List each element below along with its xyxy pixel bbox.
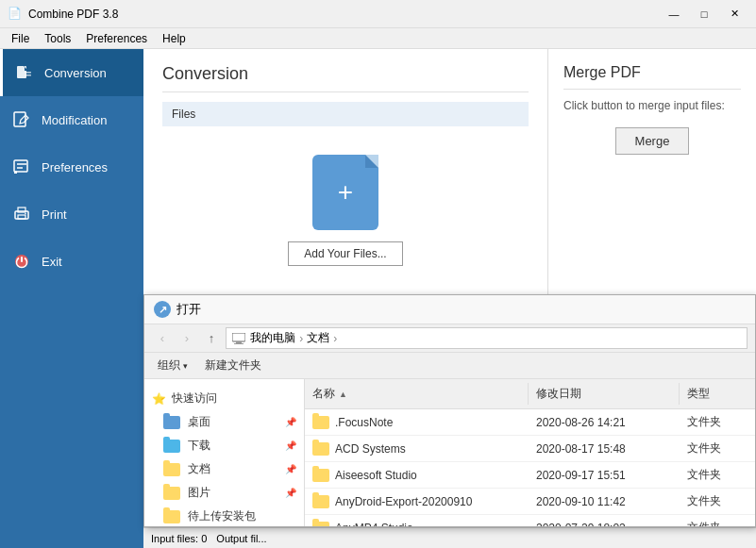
up-button[interactable]: ↑ xyxy=(201,329,222,348)
col-header-name[interactable]: 名称 ▲ xyxy=(305,383,529,405)
forward-button[interactable]: › xyxy=(176,329,197,348)
status-bar: Input files: 0 Output fil... xyxy=(143,527,756,548)
dialog-title: 打开 xyxy=(176,301,201,318)
sidebar-item-modification[interactable]: Modification xyxy=(0,96,143,143)
back-button[interactable]: ‹ xyxy=(152,329,173,348)
file-list-area: 名称 ▲ 修改日期 类型 .Focu xyxy=(305,379,755,526)
svg-rect-13 xyxy=(236,341,242,343)
menu-file[interactable]: File xyxy=(4,30,37,47)
folder-icon xyxy=(312,495,329,508)
conversion-icon xyxy=(14,62,35,83)
close-button[interactable]: ✕ xyxy=(720,5,748,24)
svg-rect-2 xyxy=(25,75,31,76)
upload-folder-icon xyxy=(163,510,180,523)
menu-preferences[interactable]: Preferences xyxy=(78,30,155,47)
table-row[interactable]: AnyDroid-Export-20200910 2020-09-10 11:4… xyxy=(305,489,755,515)
print-icon xyxy=(11,204,32,224)
merge-panel: Merge PDF Click button to merge input fi… xyxy=(548,49,756,312)
menu-tools[interactable]: Tools xyxy=(37,30,78,47)
exit-icon xyxy=(11,251,32,272)
svg-rect-11 xyxy=(21,257,23,262)
svg-rect-4 xyxy=(14,160,27,172)
svg-rect-3 xyxy=(14,112,25,126)
menu-bar: File Tools Preferences Help xyxy=(0,28,756,49)
pictures-folder-icon xyxy=(163,487,180,500)
dialog-toolbar: 组织 ▾ 新建文件夹 xyxy=(144,353,755,379)
svg-rect-5 xyxy=(14,171,17,174)
table-row[interactable]: AnyMP4 Studio 2020-07-29 18:02 文件夹 xyxy=(305,515,755,526)
qa-item-documents[interactable]: 文档 📌 xyxy=(144,457,304,481)
title-bar: 📄 Combine PDF 3.8 — □ ✕ xyxy=(0,0,756,28)
dialog-nav: ‹ › ↑ 我的电脑 › 文档 › xyxy=(144,324,755,353)
merge-title: Merge PDF xyxy=(563,64,741,90)
merge-button[interactable]: Merge xyxy=(615,127,690,155)
print-label: Print xyxy=(42,208,67,222)
drop-area: + Add Your Files... xyxy=(162,136,529,285)
main-layout: Conversion Modification Preferences xyxy=(0,49,756,548)
dialog-body: ⭐ 快速访问 桌面 📌 下载 📌 文档 xyxy=(144,379,755,526)
menu-help[interactable]: Help xyxy=(155,30,193,47)
conversion-title: Conversion xyxy=(162,64,529,92)
quick-access-title: ⭐ 快速访问 xyxy=(144,387,304,410)
conversion-label: Conversion xyxy=(44,66,107,80)
svg-rect-12 xyxy=(232,333,245,341)
window-controls: — □ ✕ xyxy=(660,5,748,24)
add-files-button[interactable]: Add Your Files... xyxy=(288,241,402,266)
maximize-button[interactable]: □ xyxy=(690,5,718,24)
table-row[interactable]: Aiseesoft Studio 2020-09-17 15:51 文件夹 xyxy=(305,462,755,489)
documents-folder-icon xyxy=(163,463,180,476)
modification-label: Modification xyxy=(42,113,107,127)
table-row[interactable]: ACD Systems 2020-08-17 15:48 文件夹 xyxy=(305,436,755,462)
folder-icon xyxy=(312,469,329,482)
merge-description: Click button to merge input files: xyxy=(563,99,741,112)
preferences-label: Preferences xyxy=(42,160,108,174)
folder-icon xyxy=(312,416,329,429)
sort-arrow-icon: ▲ xyxy=(339,390,347,399)
qa-item-downloads[interactable]: 下载 📌 xyxy=(144,434,304,457)
qa-item-pictures[interactable]: 图片 📌 xyxy=(144,481,304,505)
dialog-title-bar: ↗ 打开 xyxy=(144,295,755,324)
sidebar-item-conversion[interactable]: Conversion xyxy=(0,49,143,96)
table-row[interactable]: .FocusNote 2020-08-26 14:21 文件夹 xyxy=(305,409,755,436)
top-panel: Conversion Files + Add Your Files... Mer… xyxy=(143,49,756,313)
folder-icon xyxy=(312,522,329,527)
svg-rect-1 xyxy=(25,72,31,74)
exit-label: Exit xyxy=(42,255,62,269)
output-files-status: Output fil... xyxy=(216,533,266,544)
modification-icon xyxy=(11,109,32,130)
desktop-folder-icon xyxy=(163,416,180,429)
sidebar: Conversion Modification Preferences xyxy=(0,49,143,548)
app-icon: 📄 xyxy=(8,7,23,22)
sidebar-item-print[interactable]: Print xyxy=(0,191,143,238)
preferences-icon xyxy=(11,157,32,177)
breadcrumb-computer: 我的电脑 xyxy=(232,330,295,346)
svg-rect-14 xyxy=(234,343,244,344)
conversion-panel: Conversion Files + Add Your Files... xyxy=(143,49,548,312)
app-title: Combine PDF 3.8 xyxy=(28,8,660,21)
qa-item-desktop[interactable]: 桌面 📌 xyxy=(144,410,304,434)
organize-button[interactable]: 组织 ▾ xyxy=(152,356,193,375)
downloads-folder-icon xyxy=(163,440,180,453)
folder-icon xyxy=(312,442,329,456)
svg-point-9 xyxy=(25,213,26,215)
breadcrumb[interactable]: 我的电脑 › 文档 › xyxy=(226,327,748,349)
breadcrumb-documents: 文档 xyxy=(307,330,329,346)
col-header-type[interactable]: 类型 xyxy=(680,383,755,405)
new-folder-button[interactable]: 新建文件夹 xyxy=(199,356,267,375)
qa-item-upload[interactable]: 待上传安装包 xyxy=(144,505,304,526)
dialog-icon: ↗ xyxy=(154,301,171,318)
sidebar-item-preferences[interactable]: Preferences xyxy=(0,143,143,191)
file-drop-icon: + xyxy=(312,155,378,230)
files-header: Files xyxy=(162,102,529,126)
file-dialog: ↗ 打开 ‹ › ↑ 我的电脑 › xyxy=(143,294,756,527)
quick-access-panel: ⭐ 快速访问 桌面 📌 下载 📌 文档 xyxy=(144,379,305,526)
sidebar-item-exit[interactable]: Exit xyxy=(0,238,143,285)
file-list-header: 名称 ▲ 修改日期 类型 xyxy=(305,379,755,409)
minimize-button[interactable]: — xyxy=(660,5,688,24)
input-files-status: Input files: 0 xyxy=(151,533,207,544)
col-header-date[interactable]: 修改日期 xyxy=(529,383,680,405)
organize-dropdown-arrow: ▾ xyxy=(183,361,188,371)
content-area: Conversion Files + Add Your Files... Mer… xyxy=(143,49,756,548)
